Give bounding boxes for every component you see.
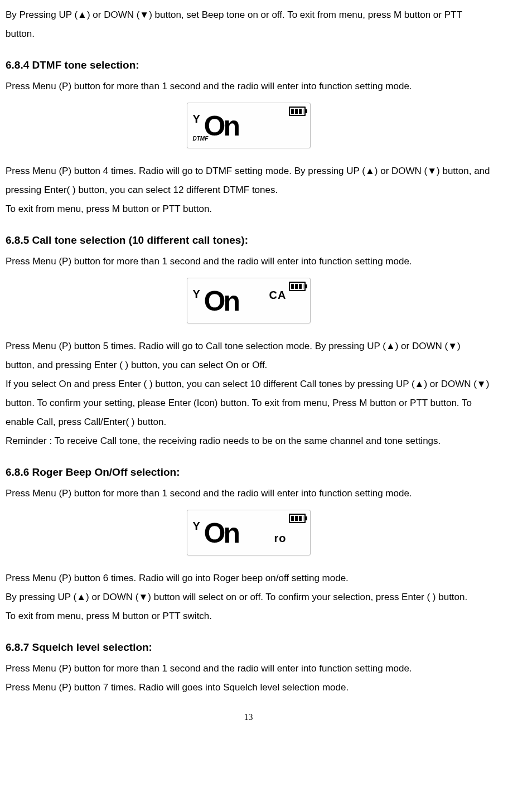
para-684-2: Press Menu (P) button 4 times. Radio wil… [6, 162, 491, 200]
para-686-2: Press Menu (P) button 6 times. Radio wil… [6, 569, 491, 588]
battery-icon [289, 514, 306, 523]
heading-685: 6.8.5 Call tone selection (10 different … [6, 230, 491, 251]
para-685-4: Reminder : To receive Call tone, the rec… [6, 432, 491, 451]
heading-686: 6.8.6 Roger Beep On/Off selection: [6, 462, 491, 483]
intro-paragraph: By Pressing UP (▲) or DOWN (▼) button, s… [6, 6, 491, 44]
lcd-display: Y On ro [187, 510, 311, 555]
battery-icon [289, 107, 306, 116]
para-687-1: Press Menu (P) button for more than 1 se… [6, 659, 491, 678]
para-685-3: If you select On and press Enter ( ) but… [6, 375, 491, 432]
para-684-3: To exit from menu, press M button or PTT… [6, 200, 491, 219]
lcd-sub-label: CA [269, 284, 287, 306]
para-684-1: Press Menu (P) button for more than 1 se… [6, 77, 491, 96]
battery-icon [289, 282, 306, 291]
lcd-figure-dtmf: Y On DTMF [6, 103, 491, 155]
lcd-main-value: On [204, 112, 238, 140]
para-686-4: To exit from menu, press M button or PTT… [6, 607, 491, 626]
antenna-icon: Y [193, 283, 200, 305]
para-685-2: Press Menu (P) button 5 times. Radio wil… [6, 337, 491, 375]
lcd-figure-ca: Y On CA [6, 278, 491, 330]
heading-687: 6.8.7 Squelch level selection: [6, 637, 491, 658]
para-685-1: Press Menu (P) button for more than 1 se… [6, 252, 491, 271]
lcd-sub-label: ro [274, 527, 287, 549]
para-687-2: Press Menu (P) button 7 times. Radio wil… [6, 678, 491, 697]
heading-684: 6.8.4 DTMF tone selection: [6, 55, 491, 76]
lcd-display: Y On CA [187, 278, 311, 323]
antenna-icon: Y [193, 515, 200, 537]
lcd-main-value: On [204, 519, 238, 547]
lcd-main-value: On [204, 287, 238, 315]
lcd-sub-label: DTMF [193, 133, 209, 144]
lcd-figure-ro: Y On ro [6, 510, 491, 562]
para-686-3: By pressing UP (▲) or DOWN (▼) button wi… [6, 588, 491, 607]
page-number: 13 [6, 708, 491, 726]
para-686-1: Press Menu (P) button for more than 1 se… [6, 484, 491, 503]
antenna-icon: Y [193, 108, 200, 130]
lcd-display: Y On DTMF [187, 103, 311, 148]
